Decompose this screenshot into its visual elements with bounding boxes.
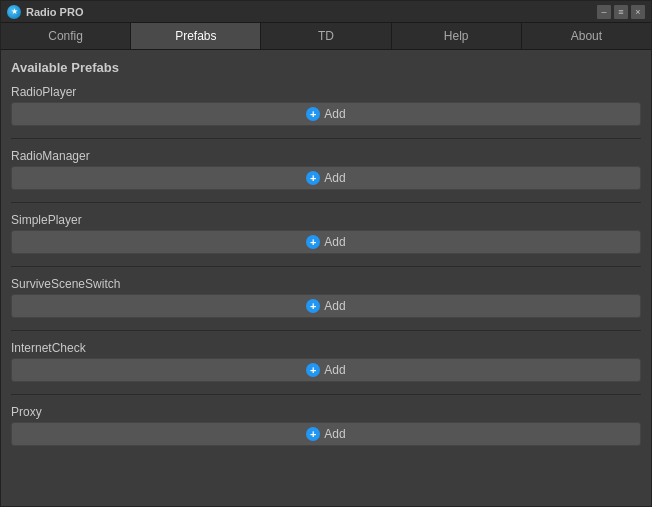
prefab-group-simpleplayer: SimplePlayer + Add	[11, 213, 641, 254]
divider-4	[11, 330, 641, 331]
tab-prefabs[interactable]: Prefabs	[131, 23, 261, 49]
add-simpleplayer-label: Add	[324, 235, 345, 249]
window-title: Radio PRO	[26, 6, 83, 18]
main-window: ★ Radio PRO – ≡ × Config Prefabs TD Help…	[0, 0, 652, 507]
add-radiomanager-button[interactable]: + Add	[11, 166, 641, 190]
nav-tabs: Config Prefabs TD Help About	[1, 23, 651, 50]
close-button[interactable]: ×	[631, 5, 645, 19]
prefab-label-proxy: Proxy	[11, 405, 641, 419]
prefab-label-radioplayer: RadioPlayer	[11, 85, 641, 99]
menu-button[interactable]: ≡	[614, 5, 628, 19]
divider-3	[11, 266, 641, 267]
prefab-label-simpleplayer: SimplePlayer	[11, 213, 641, 227]
add-radioplayer-button[interactable]: + Add	[11, 102, 641, 126]
minimize-button[interactable]: –	[597, 5, 611, 19]
title-bar: ★ Radio PRO – ≡ ×	[1, 1, 651, 23]
tab-about[interactable]: About	[522, 23, 651, 49]
add-radioplayer-label: Add	[324, 107, 345, 121]
tab-config[interactable]: Config	[1, 23, 131, 49]
prefab-group-proxy: Proxy + Add	[11, 405, 641, 446]
prefab-group-radioplayer: RadioPlayer + Add	[11, 85, 641, 126]
tab-td[interactable]: TD	[261, 23, 391, 49]
add-internetcheck-icon: +	[306, 363, 320, 377]
prefab-group-internetcheck: InternetCheck + Add	[11, 341, 641, 382]
add-internetcheck-button[interactable]: + Add	[11, 358, 641, 382]
title-bar-controls: – ≡ ×	[597, 5, 645, 19]
add-simpleplayer-icon: +	[306, 235, 320, 249]
add-simpleplayer-button[interactable]: + Add	[11, 230, 641, 254]
add-internetcheck-label: Add	[324, 363, 345, 377]
add-radiomanager-icon: +	[306, 171, 320, 185]
prefab-group-survivesceneswitch: SurviveSceneSwitch + Add	[11, 277, 641, 318]
prefab-label-survivesceneswitch: SurviveSceneSwitch	[11, 277, 641, 291]
title-bar-left: ★ Radio PRO	[7, 5, 83, 19]
prefab-group-radiomanager: RadioManager + Add	[11, 149, 641, 190]
divider-1	[11, 138, 641, 139]
add-proxy-button[interactable]: + Add	[11, 422, 641, 446]
add-radiomanager-label: Add	[324, 171, 345, 185]
add-survivesceneswitch-label: Add	[324, 299, 345, 313]
content-area: Available Prefabs RadioPlayer + Add Radi…	[1, 50, 651, 506]
prefab-label-internetcheck: InternetCheck	[11, 341, 641, 355]
prefab-label-radiomanager: RadioManager	[11, 149, 641, 163]
add-survivesceneswitch-button[interactable]: + Add	[11, 294, 641, 318]
tab-help[interactable]: Help	[392, 23, 522, 49]
add-proxy-icon: +	[306, 427, 320, 441]
add-proxy-label: Add	[324, 427, 345, 441]
divider-2	[11, 202, 641, 203]
add-survivesceneswitch-icon: +	[306, 299, 320, 313]
app-icon: ★	[7, 5, 21, 19]
add-radioplayer-icon: +	[306, 107, 320, 121]
divider-5	[11, 394, 641, 395]
section-title: Available Prefabs	[11, 60, 641, 75]
